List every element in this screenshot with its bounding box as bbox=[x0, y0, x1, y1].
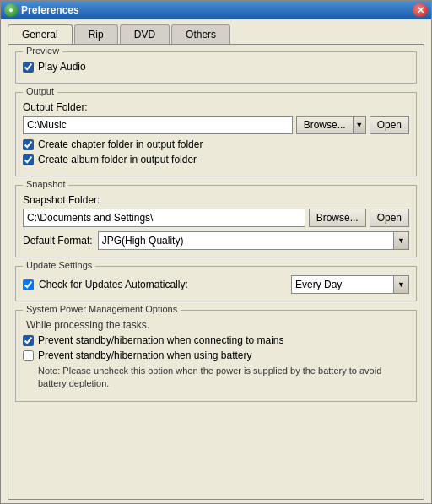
tab-bar: General Rip DVD Others bbox=[8, 24, 424, 44]
browse-arrow-button[interactable]: ▼ bbox=[353, 116, 366, 134]
create-album-label[interactable]: Create album folder in output folder bbox=[38, 154, 197, 165]
output-group: Output Output Folder: Browse... ▼ Open C… bbox=[15, 92, 417, 176]
check-updates-label[interactable]: Check for Updates Automatically: bbox=[39, 279, 188, 290]
snapshot-browse-button[interactable]: Browse... bbox=[309, 209, 366, 227]
snapshot-format-row: Default Format: JPG(High Quality) ▼ bbox=[23, 231, 409, 250]
preferences-window: ● Preferences ✕ General Rip DVD Others P… bbox=[0, 0, 432, 504]
app-icon: ● bbox=[4, 3, 18, 17]
tab-rip[interactable]: Rip bbox=[74, 24, 118, 44]
create-chapter-checkbox[interactable] bbox=[23, 139, 34, 150]
snapshot-legend: Snapshot bbox=[23, 179, 68, 189]
while-label: While processing the tasks. bbox=[26, 319, 409, 331]
tab-content-general: Preview Play Audio Output Output Folder: bbox=[8, 44, 424, 500]
prevent-mains-checkbox[interactable] bbox=[23, 335, 34, 346]
create-chapter-label[interactable]: Create chapter folder in output folder bbox=[38, 138, 202, 150]
tab-dvd[interactable]: DVD bbox=[120, 24, 170, 44]
main-content: General Rip DVD Others Preview Play Audi… bbox=[1, 19, 431, 504]
power-legend: System Power Management Options bbox=[23, 304, 181, 314]
close-button[interactable]: ✕ bbox=[413, 3, 428, 17]
tab-general[interactable]: General bbox=[8, 24, 73, 44]
snapshot-format-label: Default Format: bbox=[23, 235, 93, 247]
prevent-battery-row: Prevent standby/hibernation when using b… bbox=[23, 350, 409, 361]
create-album-row: Create album folder in output folder bbox=[23, 154, 409, 165]
check-updates-checkbox[interactable] bbox=[23, 279, 34, 290]
snapshot-folder-input[interactable] bbox=[23, 209, 305, 227]
update-legend: Update Settings bbox=[23, 260, 95, 270]
window-title: Preferences bbox=[21, 4, 413, 16]
snapshot-folder-row: Browse... Open bbox=[23, 209, 409, 227]
update-group: Update Settings Check for Updates Automa… bbox=[15, 266, 417, 301]
prevent-battery-checkbox[interactable] bbox=[23, 350, 34, 361]
power-note: Note: Please uncheck this option when th… bbox=[38, 365, 409, 391]
snapshot-format-select[interactable]: JPG(High Quality) ▼ bbox=[98, 231, 409, 250]
output-legend: Output bbox=[23, 86, 57, 96]
output-folder-row: Browse... ▼ Open bbox=[23, 116, 409, 134]
snapshot-open-button[interactable]: Open bbox=[370, 209, 409, 227]
preview-legend: Preview bbox=[23, 46, 62, 56]
browse-split-button[interactable]: Browse... ▼ bbox=[296, 116, 366, 134]
update-row: Check for Updates Automatically: Every D… bbox=[23, 275, 409, 294]
output-folder-label: Output Folder: bbox=[23, 101, 409, 113]
output-folder-input[interactable] bbox=[23, 116, 293, 134]
update-frequency-arrow[interactable]: ▼ bbox=[393, 276, 408, 293]
browse-main-button[interactable]: Browse... bbox=[296, 116, 353, 134]
update-frequency-value: Every Day bbox=[292, 279, 393, 290]
prevent-battery-label[interactable]: Prevent standby/hibernation when using b… bbox=[38, 350, 252, 361]
snapshot-format-arrow[interactable]: ▼ bbox=[393, 232, 408, 249]
prevent-mains-label[interactable]: Prevent standby/hibernation when connect… bbox=[38, 334, 284, 346]
snapshot-folder-label: Snapshot Folder: bbox=[23, 194, 409, 206]
output-open-button[interactable]: Open bbox=[370, 116, 409, 134]
play-audio-checkbox[interactable] bbox=[23, 62, 34, 73]
preview-group: Preview Play Audio bbox=[15, 51, 417, 84]
tab-others[interactable]: Others bbox=[171, 24, 230, 44]
update-frequency-select[interactable]: Every Day ▼ bbox=[291, 275, 409, 294]
play-audio-label[interactable]: Play Audio bbox=[38, 61, 86, 73]
snapshot-format-value: JPG(High Quality) bbox=[99, 231, 393, 250]
play-audio-row: Play Audio bbox=[23, 61, 409, 73]
power-group: System Power Management Options While pr… bbox=[15, 310, 417, 402]
snapshot-group: Snapshot Snapshot Folder: Browse... Open… bbox=[15, 185, 417, 257]
create-album-checkbox[interactable] bbox=[23, 154, 34, 165]
prevent-mains-row: Prevent standby/hibernation when connect… bbox=[23, 334, 409, 346]
title-bar: ● Preferences ✕ bbox=[1, 1, 431, 19]
create-chapter-row: Create chapter folder in output folder bbox=[23, 138, 409, 150]
